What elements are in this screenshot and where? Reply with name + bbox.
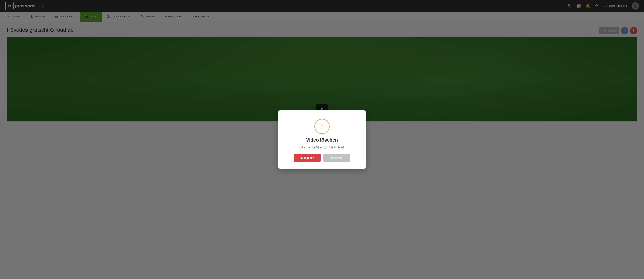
warning-icon: !	[314, 119, 330, 134]
delete-modal: ! Video löschen Willst du dein Video wir…	[278, 110, 366, 169]
modal-title: Video löschen	[306, 137, 338, 143]
cancel-button[interactable]: Abbrechen	[323, 154, 350, 162]
modal-message: Willst du dein Video wirklich löschen?	[300, 146, 344, 149]
modal-buttons: ja, löschen Abbrechen	[294, 154, 350, 162]
modal-overlay: ! Video löschen Willst du dein Video wir…	[0, 0, 644, 279]
confirm-delete-button[interactable]: ja, löschen	[294, 154, 321, 162]
